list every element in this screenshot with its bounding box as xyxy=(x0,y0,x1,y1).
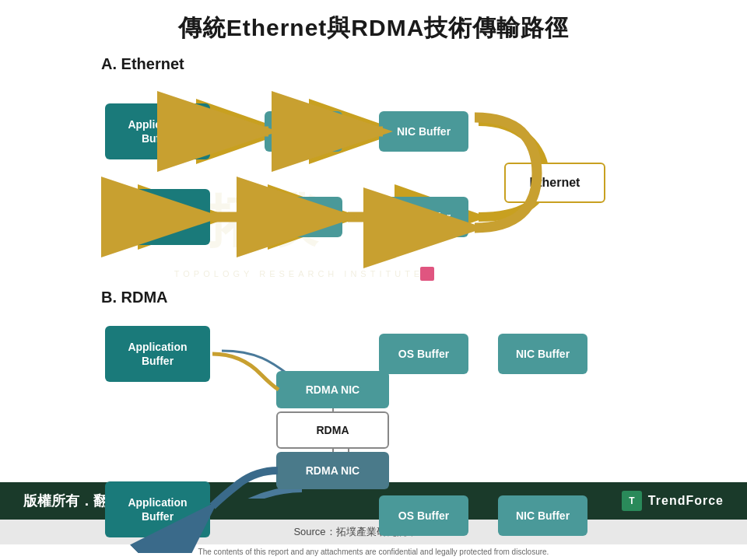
rdma-nic-top: RDMA NIC xyxy=(276,371,389,408)
rdma-box: RDMA xyxy=(276,411,389,449)
nic-buffer-a2: NIC Buffer xyxy=(379,197,468,237)
rdma-nic-bottom: RDMA NIC xyxy=(276,452,389,489)
app-buffer-b2: Application Buffer xyxy=(105,481,210,537)
app-buffer-a1: Application Buffer xyxy=(105,103,210,159)
disclaimer: The contents of this report and any atta… xyxy=(0,544,747,560)
page-title: 傳統Ethernet與RDMA技術傳輸路徑 xyxy=(0,0,747,47)
nic-buffer-a1: NIC Buffer xyxy=(379,111,468,152)
os-buffer-b2: OS Buffer xyxy=(379,495,468,536)
boxes-layer: Application Buffer OS Buffer NIC Buffer … xyxy=(0,47,700,499)
os-buffer-a2: OS Buffer xyxy=(265,197,342,237)
nic-buffer-b1: NIC Buffer xyxy=(498,334,587,374)
os-buffer-a1: OS Buffer xyxy=(265,111,342,152)
nic-buffer-b2: NIC Buffer xyxy=(498,495,587,536)
accent-dot xyxy=(420,267,434,281)
app-buffer-a2: Application Buffer xyxy=(105,189,210,245)
ethernet-box: Ethernet xyxy=(504,163,605,203)
app-buffer-b1: Application Buffer xyxy=(105,326,210,382)
content-area: 拓墣 TOPOLOGY RESEARCH INSTITUTE A. Ethern… xyxy=(0,47,747,482)
os-buffer-b1: OS Buffer xyxy=(379,334,468,374)
main-container: 傳統Ethernet與RDMA技術傳輸路徑 拓墣 TOPOLOGY RESEAR… xyxy=(0,0,747,560)
